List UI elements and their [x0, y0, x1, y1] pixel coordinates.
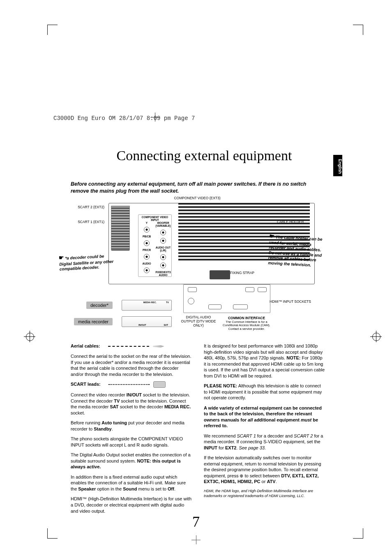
fixed-audio-label: FIXED/EXT3 AUDIO: [155, 271, 171, 276]
rca-jack-icon: [160, 263, 166, 268]
aerial-heading-row: Aerial cables:: [71, 343, 192, 349]
rca-jack-icon: [144, 267, 150, 273]
aerial-plug-icon: [153, 343, 164, 349]
tv-stand-icon: [210, 270, 230, 279]
cable-holder-callout: ☛The cable holder can be used for aerial…: [268, 233, 327, 268]
pr-label: PR/CR: [138, 249, 155, 251]
page-title: Connecting external equipment: [70, 148, 339, 164]
digital-audio-label: DIGITAL AUDIO OUTPUT (DTV MODE ONLY): [179, 315, 218, 327]
decoder-callout: ☛*a decoder could be Digital Satellite o…: [59, 251, 117, 272]
registration-mark: [24, 331, 35, 342]
fixed-audio-para: In addition there is a fixed external au…: [71, 474, 192, 492]
common-interface-label: COMMON INTERFACE The Common Interface is…: [222, 316, 271, 331]
pc-port-icon: [233, 304, 248, 309]
print-slug: C3000D Eng Euro OM 28/1/07 8:09 pm Page …: [53, 115, 195, 122]
bottom-crosshair-icon: [193, 537, 199, 543]
please-note-para: PLEASE NOTE: Although this television is…: [204, 383, 325, 401]
manual-page: C3000D Eng Euro OM 28/1/07 8:09 pm Page …: [0, 0, 392, 555]
slug-crosshair-icon: [152, 114, 158, 120]
auto-switch-para: If the television automatically switches…: [204, 455, 325, 485]
scart-heading-row: SCART leads:: [71, 381, 192, 388]
lower-io-panel: [183, 284, 270, 313]
common-interface-slot-icon: [208, 304, 221, 309]
media-recorder-device-icon: IN/OUT SAT: [122, 316, 172, 327]
recommend-para: We recommend SCART 1 for a decoder and S…: [204, 433, 325, 451]
aerial-para: Connect the aerial to the socket on the …: [71, 353, 192, 377]
cable-holder-label: CABLE HOLDER: [277, 220, 322, 224]
scart1-socket-icon: [111, 220, 130, 251]
port-icon: [188, 287, 197, 292]
hdmi-perf-para: It is designed for best performance with…: [204, 343, 325, 379]
rca-jack-icon: [144, 227, 150, 233]
audio-out-label: AUDIO OUT (L/R): [155, 246, 171, 252]
rca-jack-icon: [144, 254, 150, 260]
y-label: Y: [138, 221, 155, 224]
ci-note: The Common Interface is for a Conditiona…: [222, 320, 271, 331]
autotune-para: Before running Auto tuning put your deco…: [71, 420, 192, 432]
page-number: 7: [0, 513, 392, 530]
rca-jack-icon: [144, 240, 150, 246]
scart-plug-icon: [153, 381, 166, 388]
port-tv: TV: [166, 301, 169, 304]
intro-warning: Before connecting any external equipment…: [71, 181, 313, 195]
component-video-label: COMPONENT VIDEO (EXT3): [168, 196, 226, 200]
port-inout: IN/OUT: [138, 324, 146, 326]
port-mediarec: MEDIA REC.: [143, 301, 157, 304]
scart-para: Connect the video recorder IN/OUT socket…: [71, 392, 192, 416]
dashed-line-icon: [108, 346, 149, 347]
crop-mark: [353, 25, 363, 35]
hdmi-sockets-label: HDMI™ INPUT SOCKETS: [270, 300, 315, 304]
language-tab: English: [333, 155, 342, 176]
fixing-strap-label: FIXING STRAP: [230, 271, 267, 275]
rear-panel-diagram: COMPONENT VIDEO (EXT3) SCART 2 (EXT2) SC…: [62, 197, 325, 337]
scart-heading: SCART leads:: [71, 381, 101, 387]
rca-jack-icon: [160, 238, 166, 244]
variety-para: A wide variety of external equipment can…: [204, 405, 325, 429]
hdmi-para: HDMI™ (High-Definition Multimedia Interf…: [71, 496, 192, 514]
cable-holder-callout-text: The cable holder can be used for aerial,…: [268, 235, 323, 267]
component-audio-panel: COMPONENT VIDEO INPUT Y PB/CB PR/CR AUDI…: [138, 214, 172, 277]
ext3-text: COMPONENT VIDEO INPUT: [138, 216, 171, 221]
rca-jack-icon: [160, 254, 166, 260]
crop-mark: [47, 25, 58, 35]
woofer-label: WOOFER (VARIABLE): [155, 221, 171, 227]
scart2-label: SCART 2 (EXT2): [66, 205, 104, 210]
decoder-box-label: decoder*: [86, 302, 113, 309]
body-columns: Aerial cables: Connect the aerial to the…: [71, 343, 325, 518]
phono-para: The phono sockets alongside the COMPONEN…: [71, 436, 192, 448]
hdmi-trademark: HDMI, the HDMI logo, and High-Definition…: [204, 489, 325, 499]
hdmi-port-icon: [245, 287, 254, 292]
port-sat: SAT: [164, 324, 168, 326]
hdmi-port-icon: [258, 287, 267, 292]
media-recorder-box-label: media recorder: [74, 318, 113, 325]
audio-label: AUDIO: [138, 262, 155, 265]
scart1-label: SCART 1 (EXT1): [66, 220, 104, 224]
registration-mark: [370, 331, 382, 342]
left-column: Aerial cables: Connect the aerial to the…: [71, 343, 192, 518]
decoder-callout-text: *a decoder could be Digital Satellite or…: [59, 254, 114, 272]
aerial-heading: Aerial cables:: [71, 343, 100, 349]
right-column: It is designed for best performance with…: [204, 343, 325, 518]
dotted-line-icon: [108, 384, 150, 385]
headphone-icon: [188, 298, 194, 304]
pointing-hand-icon: ☛: [269, 233, 275, 240]
digital-audio-para: The Digital Audio Output socket enables …: [71, 452, 192, 470]
pb-label: PB/CB: [138, 235, 155, 238]
pointing-hand-icon: ☛: [59, 254, 64, 262]
decoder-device-icon: TV MEDIA REC.: [122, 300, 172, 311]
rca-jack-icon: [160, 230, 166, 235]
